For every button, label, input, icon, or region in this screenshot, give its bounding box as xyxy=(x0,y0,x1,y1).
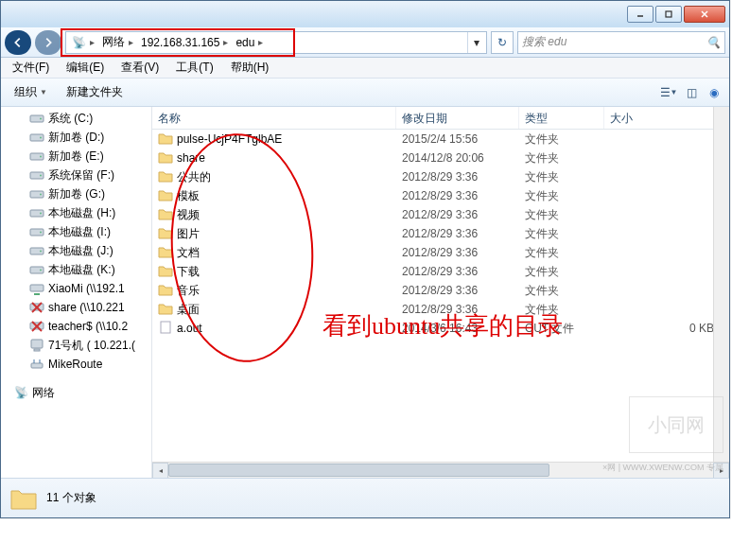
file-type: 文件夹 xyxy=(519,188,604,204)
sidebar-item[interactable]: 系统保留 (F:) xyxy=(1,166,151,184)
menu-view[interactable]: 查看(V) xyxy=(113,58,166,78)
breadcrumb-dropdown[interactable]: ▾ xyxy=(467,32,484,53)
table-row[interactable]: 文档2012/8/29 3:36文件夹 xyxy=(152,243,729,262)
sidebar-network-label: 网络 xyxy=(32,385,55,401)
router-icon xyxy=(29,357,44,372)
file-date: 2012/8/29 3:36 xyxy=(396,265,519,278)
folder-icon xyxy=(158,168,173,186)
preview-pane-button[interactable]: ◫ xyxy=(682,83,701,102)
sidebar-item-label: 本地磁盘 (H:) xyxy=(48,205,115,221)
table-row[interactable]: share2014/12/8 20:06文件夹 xyxy=(152,149,729,167)
file-type: 文件夹 xyxy=(519,150,604,166)
drive-icon xyxy=(29,149,44,164)
menu-tools[interactable]: 工具(T) xyxy=(168,58,220,78)
table-row[interactable]: a.out2014/3/6 16:43OUT 文件0 KB xyxy=(152,319,729,338)
sidebar-item[interactable]: 本地磁盘 (J:) xyxy=(1,241,151,260)
sidebar-network[interactable]: 📡网络 xyxy=(1,383,151,402)
computer-icon xyxy=(29,338,44,353)
menu-file[interactable]: 文件(F) xyxy=(5,58,57,78)
col-date[interactable]: 修改日期 xyxy=(396,107,519,129)
table-row[interactable]: 视频2012/8/29 3:36文件夹 xyxy=(152,205,729,224)
svg-rect-34 xyxy=(161,322,170,333)
svg-point-11 xyxy=(40,175,42,177)
sidebar-item[interactable]: 新加卷 (E:) xyxy=(1,147,151,166)
crumb-ip[interactable]: 192.168.31.165 xyxy=(141,36,219,49)
view-options-button[interactable]: ☰ ▼ xyxy=(659,83,678,102)
file-type: OUT 文件 xyxy=(519,321,604,337)
menu-edit[interactable]: 编辑(E) xyxy=(59,58,112,78)
refresh-button[interactable]: ↻ xyxy=(491,31,514,54)
netdrive-x-icon xyxy=(29,319,44,334)
file-name: 公共的 xyxy=(177,169,211,185)
sidebar-item[interactable]: 新加卷 (D:) xyxy=(1,128,151,147)
file-name: 视频 xyxy=(177,207,200,223)
new-folder-button[interactable]: 新建文件夹 xyxy=(59,81,131,103)
netdrive-icon xyxy=(29,281,44,296)
sidebar-item[interactable]: MikeRoute xyxy=(1,355,151,374)
network-icon: 📡 xyxy=(72,36,86,49)
sidebar-item[interactable]: share (\\10.221 xyxy=(1,298,151,317)
sidebar-item[interactable]: 本地磁盘 (H:) xyxy=(1,203,151,222)
table-row[interactable]: 下载2012/8/29 3:36文件夹 xyxy=(152,262,729,281)
sidebar-item[interactable]: XiaoMi (\\192.1 xyxy=(1,279,151,298)
sidebar-item[interactable]: 本地磁盘 (I:) xyxy=(1,222,151,241)
file-name: 模板 xyxy=(177,188,200,204)
organize-button[interactable]: 组织▼ xyxy=(7,81,55,103)
folder-icon xyxy=(158,225,173,243)
sidebar-item[interactable]: 本地磁盘 (K:) xyxy=(1,260,151,279)
file-name: pulse-UcjP4FTglbAE xyxy=(177,132,282,146)
table-row[interactable]: 图片2012/8/29 3:36文件夹 xyxy=(152,224,729,243)
drive-icon xyxy=(29,111,44,126)
table-row[interactable]: 音乐2012/8/29 3:36文件夹 xyxy=(152,281,729,300)
crumb-network[interactable]: 网络 xyxy=(102,34,125,50)
folder-icon xyxy=(158,206,173,224)
svg-rect-31 xyxy=(31,363,43,368)
file-date: 2012/8/29 3:36 xyxy=(396,284,519,297)
file-type: 文件夹 xyxy=(519,264,604,280)
drive-icon xyxy=(29,243,44,258)
svg-rect-30 xyxy=(34,349,40,351)
forward-button[interactable] xyxy=(35,30,61,55)
col-type[interactable]: 类型 xyxy=(519,107,604,129)
drive-icon xyxy=(29,262,44,277)
minimize-button[interactable] xyxy=(627,6,654,23)
sidebar-item[interactable]: 71号机 ( 10.221.( xyxy=(1,336,151,355)
netdrive-x-icon xyxy=(29,300,44,315)
sidebar-item[interactable]: teacher$ (\\10.2 xyxy=(1,317,151,336)
close-button[interactable] xyxy=(684,6,725,23)
svg-point-13 xyxy=(40,194,42,196)
table-row[interactable]: 公共的2012/8/29 3:36文件夹 xyxy=(152,167,729,186)
back-button[interactable] xyxy=(5,30,31,55)
file-type: 文件夹 xyxy=(519,245,604,261)
svg-rect-22 xyxy=(30,285,44,291)
scroll-left-button[interactable]: ◂ xyxy=(152,463,168,479)
menu-help[interactable]: 帮助(H) xyxy=(223,58,277,78)
sidebar-item[interactable]: 新加卷 (G:) xyxy=(1,184,151,203)
table-row[interactable]: pulse-UcjP4FTglbAE2015/2/4 15:56文件夹 xyxy=(152,130,729,149)
file-date: 2012/8/29 3:36 xyxy=(396,208,519,221)
table-row[interactable]: 模板2012/8/29 3:36文件夹 xyxy=(152,186,729,205)
file-date: 2014/12/8 20:06 xyxy=(396,151,519,165)
scroll-thumb[interactable] xyxy=(168,464,549,477)
search-input[interactable]: 搜索 edu 🔍 xyxy=(517,31,725,54)
maximize-button[interactable] xyxy=(655,6,682,23)
breadcrumb[interactable]: 📡▸ 网络▸ 192.168.31.165▸ edu▸ ▾ xyxy=(65,31,487,54)
col-name[interactable]: 名称 xyxy=(152,107,396,129)
svg-point-19 xyxy=(40,251,42,253)
menubar: 文件(F) 编辑(E) 查看(V) 工具(T) 帮助(H) xyxy=(1,58,729,79)
folder-icon xyxy=(158,282,173,300)
sidebar-item-label: 新加卷 (D:) xyxy=(48,130,104,146)
col-size[interactable]: 大小 xyxy=(604,107,729,129)
sidebar-item-label: 新加卷 (E:) xyxy=(48,149,104,165)
sidebar-item-label: 本地磁盘 (K:) xyxy=(48,262,115,278)
crumb-folder[interactable]: edu xyxy=(235,36,254,49)
help-button[interactable]: ◉ xyxy=(705,83,723,102)
table-row[interactable]: 桌面2012/8/29 3:36文件夹 xyxy=(152,300,729,319)
svg-point-21 xyxy=(40,270,42,271)
column-headers: 名称 修改日期 类型 大小 xyxy=(152,107,729,130)
sidebar-item-label: teacher$ (\\10.2 xyxy=(48,320,128,333)
toolbar: 组织▼ 新建文件夹 ☰ ▼ ◫ ◉ xyxy=(1,79,729,107)
sidebar-item-label: 系统保留 (F:) xyxy=(48,167,114,184)
sidebar-item[interactable]: 系统 (C:) xyxy=(1,109,151,128)
svg-rect-1 xyxy=(666,11,671,17)
